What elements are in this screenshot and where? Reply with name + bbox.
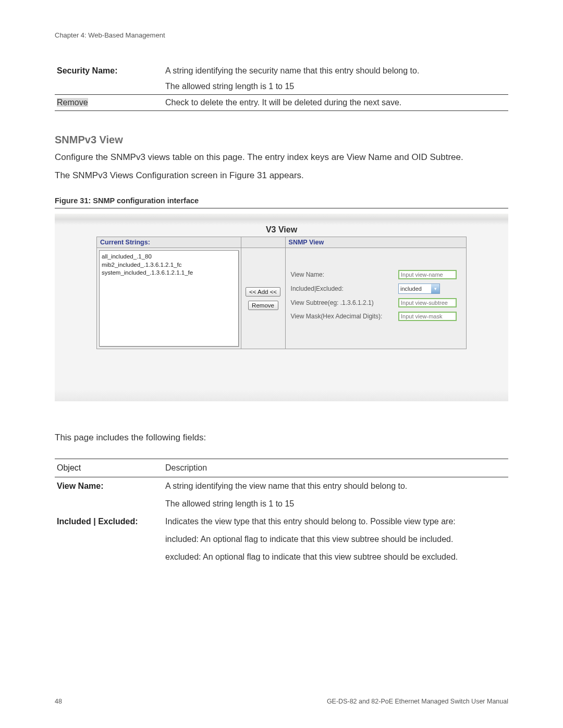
- section-title-snmpv3-view: SNMPv3 View: [55, 134, 508, 146]
- included-excluded-value: included: [399, 286, 422, 292]
- fields-table: Object Description View Name: A string i…: [55, 459, 508, 566]
- security-name-desc-2: The allowed string length is 1 to 15: [163, 79, 508, 95]
- view-subtree-label: View Subtree(eg: .1.3.6.1.2.1): [291, 299, 395, 306]
- snmp-view-form: View Name: Included|Excluded: included ▾…: [288, 250, 464, 324]
- view-name-label: View Name:: [291, 271, 395, 278]
- included-excluded-desc-2: included: An optional flag to indicate t…: [163, 530, 508, 548]
- view-mask-label: View Mask(Hex Adecimal Digits):: [291, 313, 395, 320]
- shot-table: Current Strings: SNMP View all_included_…: [96, 237, 467, 349]
- fields-header-object: Object: [55, 459, 163, 477]
- remove-label: Remove: [57, 98, 88, 107]
- page-footer: 48 GE-DS-82 and 82-PoE Ethernet Managed …: [55, 698, 508, 705]
- top-definition-table: Security Name: A string identifying the …: [55, 63, 508, 111]
- included-excluded-desc-1: Indicates the view type that this entry …: [163, 513, 508, 530]
- chevron-down-icon: ▾: [431, 284, 439, 293]
- included-excluded-desc-3: excluded: An optional flag to indicate t…: [163, 548, 508, 566]
- fields-intro: This page includes the following fields:: [55, 433, 508, 443]
- view-name-desc-2: The allowed string length is 1 to 15: [163, 495, 508, 513]
- shot-header-mid: [241, 237, 285, 248]
- security-name-label: Security Name:: [55, 63, 163, 79]
- view-name-desc-1: A string identifying the view name that …: [163, 477, 508, 496]
- current-strings-listbox[interactable]: all_included_.1_80 mib2_included_.1.3.6.…: [99, 250, 239, 347]
- view-mask-input[interactable]: [398, 312, 457, 321]
- shot-title: V3 View: [96, 225, 467, 235]
- para-configure: Configure the SNMPv3 views table on this…: [55, 151, 508, 164]
- para-figure-ref: The SNMPv3 Views Configuration screen in…: [55, 169, 508, 182]
- shot-header-snmp-view: SNMP View: [285, 237, 466, 248]
- included-excluded-label: Included|Excluded:: [291, 285, 395, 292]
- snmp-view-screenshot: V3 View Current Strings: SNMP View all_i…: [55, 214, 508, 401]
- list-item[interactable]: all_included_.1_80: [102, 253, 236, 261]
- security-name-desc-1: A string identifying the security name t…: [163, 63, 508, 79]
- included-excluded-object: Included | Excluded:: [55, 513, 163, 530]
- add-button[interactable]: << Add <<: [246, 287, 280, 297]
- list-item[interactable]: mib2_included_.1.3.6.1.2.1_fc: [102, 261, 236, 269]
- view-subtree-input[interactable]: [398, 298, 457, 307]
- shot-header-current-strings: Current Strings:: [97, 237, 241, 248]
- view-name-input[interactable]: [398, 270, 457, 279]
- fields-header-description: Description: [163, 459, 508, 477]
- included-excluded-select[interactable]: included ▾: [398, 283, 440, 294]
- page-number: 48: [55, 698, 62, 705]
- chapter-header: Chapter 4: Web-Based Management: [55, 31, 508, 39]
- list-item[interactable]: system_included_.1.3.6.1.2.1.1_fe: [102, 269, 236, 277]
- remove-desc: Check to delete the entry. It will be de…: [163, 95, 508, 111]
- view-name-object: View Name:: [55, 477, 163, 496]
- remove-button[interactable]: Remove: [248, 301, 278, 310]
- figure-caption: Figure 31: SNMP configuration interface: [55, 196, 508, 208]
- manual-title: GE-DS-82 and 82-PoE Ethernet Managed Swi…: [327, 698, 508, 705]
